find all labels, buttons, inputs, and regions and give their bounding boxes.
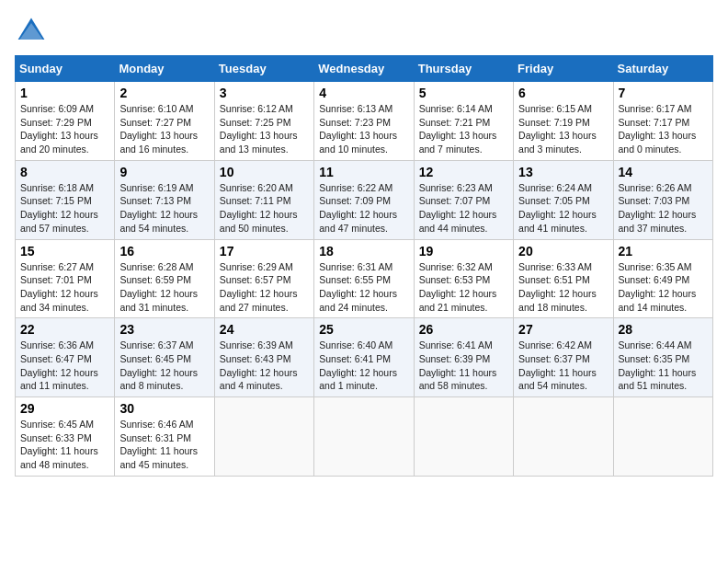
calendar-cell: 26Sunrise: 6:41 AMSunset: 6:39 PMDayligh… <box>414 318 513 397</box>
day-number: 7 <box>619 86 708 100</box>
calendar-cell <box>314 397 414 477</box>
cell-info: Sunrise: 6:22 AMSunset: 7:09 PMDaylight:… <box>319 181 408 236</box>
calendar-cell: 5Sunrise: 6:14 AMSunset: 7:21 PMDaylight… <box>414 82 513 161</box>
calendar-week-row: 22Sunrise: 6:36 AMSunset: 6:47 PMDayligh… <box>16 318 713 397</box>
day-number: 3 <box>220 86 309 100</box>
calendar-cell: 21Sunrise: 6:35 AMSunset: 6:49 PMDayligh… <box>613 239 712 318</box>
day-number: 13 <box>518 165 608 179</box>
cell-info: Sunrise: 6:32 AMSunset: 6:53 PMDaylight:… <box>419 260 508 315</box>
day-number: 9 <box>119 165 209 179</box>
calendar-cell: 11Sunrise: 6:22 AMSunset: 7:09 PMDayligh… <box>314 160 414 239</box>
cell-info: Sunrise: 6:41 AMSunset: 6:39 PMDaylight:… <box>419 339 508 393</box>
calendar-cell: 3Sunrise: 6:12 AMSunset: 7:25 PMDaylight… <box>214 82 313 161</box>
calendar-cell <box>414 397 513 477</box>
day-number: 27 <box>518 322 608 337</box>
cell-info: Sunrise: 6:24 AMSunset: 7:05 PMDaylight:… <box>518 181 608 236</box>
cell-info: Sunrise: 6:15 AMSunset: 7:19 PMDaylight:… <box>518 102 608 156</box>
calendar-cell: 7Sunrise: 6:17 AMSunset: 7:17 PMDaylight… <box>613 82 712 161</box>
calendar-cell: 4Sunrise: 6:13 AMSunset: 7:23 PMDaylight… <box>314 82 414 161</box>
column-header-monday: Monday <box>115 56 214 82</box>
cell-info: Sunrise: 6:33 AMSunset: 6:51 PMDaylight:… <box>518 260 608 315</box>
column-header-sunday: Sunday <box>16 56 115 82</box>
calendar-cell: 8Sunrise: 6:18 AMSunset: 7:15 PMDaylight… <box>16 160 115 239</box>
cell-info: Sunrise: 6:27 AMSunset: 7:01 PMDaylight:… <box>20 260 109 315</box>
cell-info: Sunrise: 6:37 AMSunset: 6:45 PMDaylight:… <box>119 339 209 393</box>
day-number: 6 <box>518 86 608 100</box>
calendar-cell: 22Sunrise: 6:36 AMSunset: 6:47 PMDayligh… <box>16 318 115 397</box>
cell-info: Sunrise: 6:44 AMSunset: 6:35 PMDaylight:… <box>619 339 708 393</box>
cell-info: Sunrise: 6:45 AMSunset: 6:33 PMDaylight:… <box>20 418 109 472</box>
calendar-cell: 24Sunrise: 6:39 AMSunset: 6:43 PMDayligh… <box>214 318 313 397</box>
calendar-cell: 18Sunrise: 6:31 AMSunset: 6:55 PMDayligh… <box>314 239 414 318</box>
column-header-thursday: Thursday <box>414 56 513 82</box>
calendar-cell: 19Sunrise: 6:32 AMSunset: 6:53 PMDayligh… <box>414 239 513 318</box>
day-number: 18 <box>319 244 408 259</box>
day-number: 14 <box>619 165 708 179</box>
cell-info: Sunrise: 6:31 AMSunset: 6:55 PMDaylight:… <box>319 260 408 315</box>
calendar-cell <box>613 397 712 477</box>
cell-info: Sunrise: 6:17 AMSunset: 7:17 PMDaylight:… <box>619 102 708 156</box>
cell-info: Sunrise: 6:23 AMSunset: 7:07 PMDaylight:… <box>419 181 508 236</box>
day-number: 11 <box>319 165 408 179</box>
calendar-cell: 6Sunrise: 6:15 AMSunset: 7:19 PMDaylight… <box>514 82 613 161</box>
calendar-cell: 1Sunrise: 6:09 AMSunset: 7:29 PMDaylight… <box>16 82 115 161</box>
calendar-cell <box>214 397 313 477</box>
cell-info: Sunrise: 6:29 AMSunset: 6:57 PMDaylight:… <box>220 260 309 315</box>
column-header-saturday: Saturday <box>613 56 712 82</box>
cell-info: Sunrise: 6:19 AMSunset: 7:13 PMDaylight:… <box>119 181 209 236</box>
day-number: 22 <box>20 322 109 337</box>
day-number: 24 <box>220 322 309 337</box>
calendar-cell: 13Sunrise: 6:24 AMSunset: 7:05 PMDayligh… <box>514 160 613 239</box>
calendar-cell: 12Sunrise: 6:23 AMSunset: 7:07 PMDayligh… <box>414 160 513 239</box>
column-header-friday: Friday <box>514 56 613 82</box>
calendar-week-row: 8Sunrise: 6:18 AMSunset: 7:15 PMDaylight… <box>16 160 713 239</box>
day-number: 28 <box>619 322 708 337</box>
cell-info: Sunrise: 6:09 AMSunset: 7:29 PMDaylight:… <box>20 102 109 156</box>
cell-info: Sunrise: 6:14 AMSunset: 7:21 PMDaylight:… <box>419 102 508 156</box>
day-number: 4 <box>319 86 408 100</box>
calendar-header-row: SundayMondayTuesdayWednesdayThursdayFrid… <box>16 56 713 82</box>
cell-info: Sunrise: 6:12 AMSunset: 7:25 PMDaylight:… <box>220 102 309 156</box>
day-number: 10 <box>220 165 309 179</box>
calendar-cell: 9Sunrise: 6:19 AMSunset: 7:13 PMDaylight… <box>115 160 214 239</box>
cell-info: Sunrise: 6:42 AMSunset: 6:37 PMDaylight:… <box>518 339 608 393</box>
calendar-cell: 20Sunrise: 6:33 AMSunset: 6:51 PMDayligh… <box>514 239 613 318</box>
cell-info: Sunrise: 6:35 AMSunset: 6:49 PMDaylight:… <box>619 260 708 315</box>
calendar-table: SundayMondayTuesdayWednesdayThursdayFrid… <box>15 55 713 477</box>
calendar-cell: 30Sunrise: 6:46 AMSunset: 6:31 PMDayligh… <box>115 397 214 477</box>
calendar-week-row: 15Sunrise: 6:27 AMSunset: 7:01 PMDayligh… <box>16 239 713 318</box>
cell-info: Sunrise: 6:10 AMSunset: 7:27 PMDaylight:… <box>119 102 209 156</box>
cell-info: Sunrise: 6:36 AMSunset: 6:47 PMDaylight:… <box>20 339 109 393</box>
cell-info: Sunrise: 6:18 AMSunset: 7:15 PMDaylight:… <box>20 181 109 236</box>
calendar-cell: 27Sunrise: 6:42 AMSunset: 6:37 PMDayligh… <box>514 318 613 397</box>
cell-info: Sunrise: 6:40 AMSunset: 6:41 PMDaylight:… <box>319 339 408 393</box>
cell-info: Sunrise: 6:20 AMSunset: 7:11 PMDaylight:… <box>220 181 309 236</box>
calendar-cell: 23Sunrise: 6:37 AMSunset: 6:45 PMDayligh… <box>115 318 214 397</box>
day-number: 15 <box>20 244 109 259</box>
day-number: 2 <box>119 86 209 100</box>
day-number: 21 <box>619 244 708 259</box>
calendar-cell: 10Sunrise: 6:20 AMSunset: 7:11 PMDayligh… <box>214 160 313 239</box>
day-number: 29 <box>20 401 109 416</box>
day-number: 19 <box>419 244 508 259</box>
cell-info: Sunrise: 6:28 AMSunset: 6:59 PMDaylight:… <box>119 260 209 315</box>
day-number: 23 <box>119 322 209 337</box>
day-number: 5 <box>419 86 508 100</box>
logo <box>15 15 51 48</box>
calendar-cell: 28Sunrise: 6:44 AMSunset: 6:35 PMDayligh… <box>613 318 712 397</box>
calendar-cell <box>514 397 613 477</box>
calendar-cell: 2Sunrise: 6:10 AMSunset: 7:27 PMDaylight… <box>115 82 214 161</box>
day-number: 20 <box>518 244 608 259</box>
day-number: 16 <box>119 244 209 259</box>
day-number: 25 <box>319 322 408 337</box>
cell-info: Sunrise: 6:46 AMSunset: 6:31 PMDaylight:… <box>119 418 209 472</box>
cell-info: Sunrise: 6:26 AMSunset: 7:03 PMDaylight:… <box>619 181 708 236</box>
page-header <box>15 15 713 48</box>
calendar-cell: 14Sunrise: 6:26 AMSunset: 7:03 PMDayligh… <box>613 160 712 239</box>
day-number: 26 <box>419 322 508 337</box>
day-number: 30 <box>119 401 209 416</box>
calendar-cell: 25Sunrise: 6:40 AMSunset: 6:41 PMDayligh… <box>314 318 414 397</box>
calendar-week-row: 1Sunrise: 6:09 AMSunset: 7:29 PMDaylight… <box>16 82 713 161</box>
day-number: 17 <box>220 244 309 259</box>
column-header-tuesday: Tuesday <box>214 56 313 82</box>
